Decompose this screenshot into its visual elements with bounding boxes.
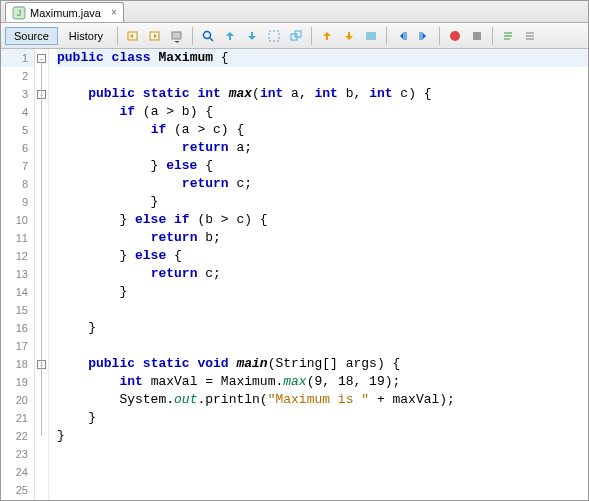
line-number[interactable]: 16 [1, 319, 34, 337]
code-line[interactable] [57, 445, 588, 463]
svg-rect-17 [473, 32, 481, 40]
line-number[interactable]: 15 [1, 301, 34, 319]
dropdown-icon[interactable] [167, 26, 187, 46]
line-number[interactable]: 9 [1, 193, 34, 211]
diff-icon[interactable] [361, 26, 381, 46]
line-number[interactable]: 5 [1, 121, 34, 139]
svg-point-5 [204, 31, 211, 38]
svg-rect-10 [366, 32, 371, 40]
code-line[interactable]: int maxVal = Maximum.max(9, 18, 19); [57, 373, 588, 391]
code-line[interactable]: return b; [57, 229, 588, 247]
shift-left-icon[interactable] [392, 26, 412, 46]
code-line[interactable]: System.out.println("Maximum is " + maxVa… [57, 391, 588, 409]
next-error-icon[interactable] [339, 26, 359, 46]
code-line[interactable] [57, 337, 588, 355]
select-in-icon[interactable] [286, 26, 306, 46]
separator [439, 27, 440, 45]
line-number[interactable]: 7 [1, 157, 34, 175]
close-icon[interactable]: × [111, 7, 117, 18]
separator [386, 27, 387, 45]
code-line[interactable]: if (a > c) { [57, 121, 588, 139]
code-line[interactable]: public static int max(int a, int b, int … [57, 85, 588, 103]
code-line[interactable]: } [57, 283, 588, 301]
prev-bookmark-icon[interactable] [220, 26, 240, 46]
line-number[interactable]: 11 [1, 229, 34, 247]
start-macro-icon[interactable] [445, 26, 465, 46]
code-line[interactable]: } [57, 193, 588, 211]
code-line[interactable] [57, 301, 588, 319]
line-number[interactable]: 6 [1, 139, 34, 157]
prev-error-icon[interactable] [317, 26, 337, 46]
line-number[interactable]: 21 [1, 409, 34, 427]
line-number[interactable]: 3 [1, 85, 34, 103]
code-line[interactable]: } [57, 409, 588, 427]
line-number-gutter[interactable]: 1234567891011121314151617181920212223242… [1, 49, 35, 500]
editor-toolbar: Source History [1, 23, 588, 49]
code-area[interactable]: public class Maximum { public static int… [49, 49, 588, 500]
tab-filename: Maximum.java [30, 7, 101, 19]
nav-back-icon[interactable] [123, 26, 143, 46]
code-line[interactable]: public class Maximum { [57, 49, 588, 67]
tab-bar: J Maximum.java × [1, 1, 588, 23]
line-number[interactable]: 14 [1, 283, 34, 301]
code-line[interactable]: public static void main(String[] args) { [57, 355, 588, 373]
fold-gutter[interactable]: --- [35, 49, 49, 500]
line-number[interactable]: 17 [1, 337, 34, 355]
separator [192, 27, 193, 45]
code-line[interactable]: return c; [57, 265, 588, 283]
line-number[interactable]: 4 [1, 103, 34, 121]
code-line[interactable] [57, 67, 588, 85]
line-number[interactable]: 23 [1, 445, 34, 463]
comment-icon[interactable] [498, 26, 518, 46]
code-editor[interactable]: 1234567891011121314151617181920212223242… [1, 49, 588, 500]
svg-line-6 [210, 38, 213, 41]
file-tab[interactable]: J Maximum.java × [5, 2, 124, 22]
find-icon[interactable] [198, 26, 218, 46]
line-number[interactable]: 8 [1, 175, 34, 193]
separator [117, 27, 118, 45]
line-number[interactable]: 2 [1, 67, 34, 85]
toggle-highlight-icon[interactable] [264, 26, 284, 46]
svg-rect-11 [371, 32, 376, 40]
line-number[interactable]: 18 [1, 355, 34, 373]
source-view-button[interactable]: Source [5, 27, 58, 45]
code-line[interactable]: } [57, 427, 588, 445]
code-line[interactable]: if (a > b) { [57, 103, 588, 121]
next-bookmark-icon[interactable] [242, 26, 262, 46]
code-line[interactable]: } else { [57, 247, 588, 265]
svg-rect-4 [172, 32, 181, 39]
code-line[interactable]: } [57, 319, 588, 337]
nav-fwd-icon[interactable] [145, 26, 165, 46]
code-line[interactable]: } else if (b > c) { [57, 211, 588, 229]
line-number[interactable]: 10 [1, 211, 34, 229]
code-line[interactable] [57, 481, 588, 499]
code-line[interactable] [57, 463, 588, 481]
stop-macro-icon[interactable] [467, 26, 487, 46]
svg-text:J: J [17, 8, 22, 18]
java-file-icon: J [12, 6, 26, 20]
line-number[interactable]: 20 [1, 391, 34, 409]
code-line[interactable]: return a; [57, 139, 588, 157]
history-view-button[interactable]: History [60, 27, 112, 45]
line-number[interactable]: 12 [1, 247, 34, 265]
line-number[interactable]: 24 [1, 463, 34, 481]
separator [311, 27, 312, 45]
line-number[interactable]: 19 [1, 373, 34, 391]
line-number[interactable]: 13 [1, 265, 34, 283]
code-line[interactable]: } else { [57, 157, 588, 175]
code-line[interactable]: return c; [57, 175, 588, 193]
svg-rect-7 [269, 31, 279, 41]
uncomment-icon[interactable] [520, 26, 540, 46]
line-number[interactable]: 22 [1, 427, 34, 445]
svg-point-16 [450, 31, 460, 41]
line-number[interactable]: 1 [1, 49, 34, 67]
line-number[interactable]: 25 [1, 481, 34, 499]
separator [492, 27, 493, 45]
shift-right-icon[interactable] [414, 26, 434, 46]
